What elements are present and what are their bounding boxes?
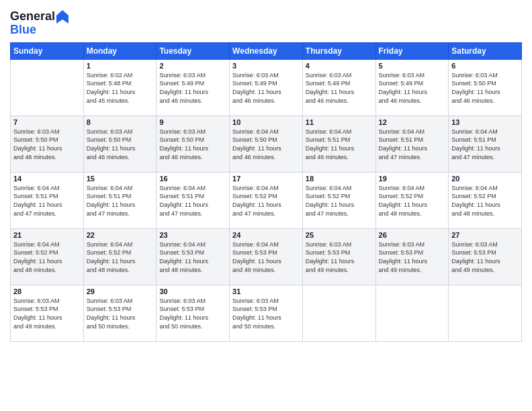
day-number: 6 (451, 62, 519, 70)
day-info: Sunrise: 6:03 AMSunset: 5:50 PMDaylight:… (87, 128, 154, 161)
day-info: Sunrise: 6:03 AMSunset: 5:53 PMDaylight:… (451, 240, 519, 274)
day-info: Sunrise: 6:03 AMSunset: 5:50 PMDaylight:… (13, 128, 81, 161)
calendar-cell: 22Sunrise: 6:04 AMSunset: 5:52 PMDayligh… (83, 228, 157, 285)
day-number: 29 (87, 287, 154, 295)
day-info: Sunrise: 6:03 AMSunset: 5:53 PMDaylight:… (306, 240, 373, 274)
day-number: 24 (232, 231, 300, 239)
day-number: 11 (306, 118, 373, 126)
day-info: Sunrise: 6:04 AMSunset: 5:51 PMDaylight:… (306, 128, 373, 161)
calendar-cell: 27Sunrise: 6:03 AMSunset: 5:53 PMDayligh… (449, 228, 522, 285)
day-number: 22 (87, 231, 154, 239)
calendar-cell: 2Sunrise: 6:03 AMSunset: 5:49 PMDaylight… (157, 59, 230, 116)
calendar-header-thursday: Thursday (302, 42, 375, 59)
calendar-cell: 24Sunrise: 6:04 AMSunset: 5:53 PMDayligh… (230, 228, 303, 285)
calendar-cell (375, 285, 449, 341)
day-number: 20 (451, 175, 519, 183)
day-number: 13 (451, 118, 519, 126)
day-number: 3 (232, 62, 300, 70)
day-number: 27 (451, 231, 519, 239)
day-number: 12 (379, 118, 446, 126)
day-info: Sunrise: 6:04 AMSunset: 5:52 PMDaylight:… (87, 240, 154, 274)
calendar-header-saturday: Saturday (449, 42, 522, 59)
day-number: 23 (159, 231, 226, 239)
day-info: Sunrise: 6:03 AMSunset: 5:53 PMDaylight:… (87, 297, 154, 330)
calendar-cell: 1Sunrise: 6:02 AMSunset: 5:48 PMDaylight… (83, 59, 157, 116)
day-info: Sunrise: 6:03 AMSunset: 5:49 PMDaylight:… (379, 71, 446, 105)
calendar-cell: 4Sunrise: 6:03 AMSunset: 5:49 PMDaylight… (302, 59, 375, 116)
day-number: 30 (159, 287, 226, 295)
calendar-cell: 23Sunrise: 6:04 AMSunset: 5:53 PMDayligh… (157, 228, 230, 285)
calendar-cell: 14Sunrise: 6:04 AMSunset: 5:51 PMDayligh… (11, 172, 84, 228)
day-info: Sunrise: 6:04 AMSunset: 5:50 PMDaylight:… (232, 128, 300, 161)
calendar-cell: 20Sunrise: 6:04 AMSunset: 5:52 PMDayligh… (449, 172, 522, 228)
logo-icon (56, 10, 69, 24)
calendar-cell: 10Sunrise: 6:04 AMSunset: 5:50 PMDayligh… (230, 116, 303, 172)
day-info: Sunrise: 6:03 AMSunset: 5:53 PMDaylight:… (159, 297, 226, 330)
day-number: 25 (306, 231, 373, 239)
day-info: Sunrise: 6:04 AMSunset: 5:51 PMDaylight:… (159, 184, 226, 218)
calendar-cell: 21Sunrise: 6:04 AMSunset: 5:52 PMDayligh… (11, 228, 84, 285)
day-number: 26 (379, 231, 446, 239)
day-info: Sunrise: 6:04 AMSunset: 5:51 PMDaylight:… (13, 184, 81, 218)
day-info: Sunrise: 6:03 AMSunset: 5:49 PMDaylight:… (232, 71, 300, 105)
calendar-week-4: 21Sunrise: 6:04 AMSunset: 5:52 PMDayligh… (11, 228, 522, 285)
day-number: 15 (87, 175, 154, 183)
day-info: Sunrise: 6:04 AMSunset: 5:53 PMDaylight:… (159, 240, 226, 274)
calendar-cell: 31Sunrise: 6:03 AMSunset: 5:53 PMDayligh… (230, 285, 303, 341)
day-number: 4 (306, 62, 373, 70)
day-info: Sunrise: 6:04 AMSunset: 5:52 PMDaylight:… (232, 184, 300, 218)
day-info: Sunrise: 6:03 AMSunset: 5:49 PMDaylight:… (159, 71, 226, 105)
day-info: Sunrise: 6:04 AMSunset: 5:52 PMDaylight:… (13, 240, 81, 274)
day-number: 1 (87, 62, 154, 70)
calendar-cell: 11Sunrise: 6:04 AMSunset: 5:51 PMDayligh… (302, 116, 375, 172)
day-number: 2 (159, 62, 226, 70)
day-number: 16 (159, 175, 226, 183)
calendar-cell: 12Sunrise: 6:04 AMSunset: 5:51 PMDayligh… (375, 116, 449, 172)
day-info: Sunrise: 6:03 AMSunset: 5:53 PMDaylight:… (379, 240, 446, 274)
calendar-cell: 28Sunrise: 6:03 AMSunset: 5:53 PMDayligh… (11, 285, 84, 341)
logo: General Blue (10, 10, 69, 37)
calendar-header-wednesday: Wednesday (230, 42, 303, 59)
day-number: 8 (87, 118, 154, 126)
calendar-cell: 17Sunrise: 6:04 AMSunset: 5:52 PMDayligh… (230, 172, 303, 228)
logo-text-blue: Blue (10, 24, 69, 37)
day-number: 19 (379, 175, 446, 183)
day-info: Sunrise: 6:04 AMSunset: 5:52 PMDaylight:… (379, 184, 446, 218)
day-info: Sunrise: 6:04 AMSunset: 5:51 PMDaylight:… (87, 184, 154, 218)
day-info: Sunrise: 6:04 AMSunset: 5:52 PMDaylight:… (451, 184, 519, 218)
day-info: Sunrise: 6:02 AMSunset: 5:48 PMDaylight:… (87, 71, 154, 105)
day-number: 10 (232, 118, 300, 126)
day-info: Sunrise: 6:03 AMSunset: 5:53 PMDaylight:… (232, 297, 300, 330)
calendar-cell: 29Sunrise: 6:03 AMSunset: 5:53 PMDayligh… (83, 285, 157, 341)
day-number: 14 (13, 175, 81, 183)
header: General Blue (10, 7, 522, 37)
day-number: 21 (13, 231, 81, 239)
day-number: 18 (306, 175, 373, 183)
calendar-cell: 3Sunrise: 6:03 AMSunset: 5:49 PMDaylight… (230, 59, 303, 116)
calendar-cell: 18Sunrise: 6:04 AMSunset: 5:52 PMDayligh… (302, 172, 375, 228)
calendar-cell: 19Sunrise: 6:04 AMSunset: 5:52 PMDayligh… (375, 172, 449, 228)
day-number: 31 (232, 287, 300, 295)
calendar-cell: 7Sunrise: 6:03 AMSunset: 5:50 PMDaylight… (11, 116, 84, 172)
calendar-cell: 8Sunrise: 6:03 AMSunset: 5:50 PMDaylight… (83, 116, 157, 172)
calendar-header-sunday: Sunday (11, 42, 84, 59)
day-number: 5 (379, 62, 446, 70)
calendar-cell: 13Sunrise: 6:04 AMSunset: 5:51 PMDayligh… (449, 116, 522, 172)
page-container: General Blue SundayMondayTuesdayWednesda… (0, 0, 532, 349)
calendar-cell: 30Sunrise: 6:03 AMSunset: 5:53 PMDayligh… (157, 285, 230, 341)
day-info: Sunrise: 6:03 AMSunset: 5:50 PMDaylight:… (451, 71, 519, 105)
calendar-week-2: 7Sunrise: 6:03 AMSunset: 5:50 PMDaylight… (11, 116, 522, 172)
calendar-week-5: 28Sunrise: 6:03 AMSunset: 5:53 PMDayligh… (11, 285, 522, 341)
calendar-header-row: SundayMondayTuesdayWednesdayThursdayFrid… (11, 42, 522, 59)
calendar-header-friday: Friday (375, 42, 449, 59)
day-info: Sunrise: 6:03 AMSunset: 5:49 PMDaylight:… (306, 71, 373, 105)
calendar-cell: 5Sunrise: 6:03 AMSunset: 5:49 PMDaylight… (375, 59, 449, 116)
day-info: Sunrise: 6:03 AMSunset: 5:53 PMDaylight:… (13, 297, 81, 330)
calendar-cell: 26Sunrise: 6:03 AMSunset: 5:53 PMDayligh… (375, 228, 449, 285)
calendar-cell (449, 285, 522, 341)
calendar-cell: 25Sunrise: 6:03 AMSunset: 5:53 PMDayligh… (302, 228, 375, 285)
calendar-cell (302, 285, 375, 341)
calendar-cell: 9Sunrise: 6:03 AMSunset: 5:50 PMDaylight… (157, 116, 230, 172)
svg-marker-0 (56, 10, 69, 24)
logo-text-general: General (10, 10, 55, 24)
